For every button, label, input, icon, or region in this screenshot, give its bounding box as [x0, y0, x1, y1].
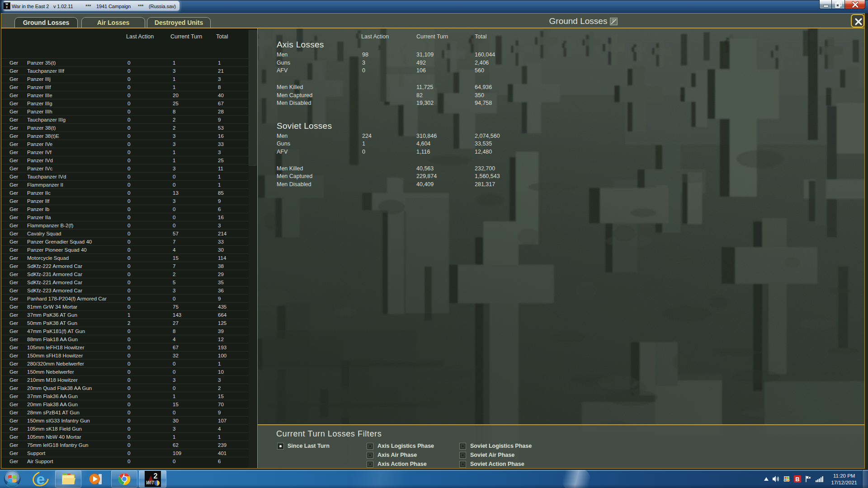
- svg-text:2: 2: [153, 472, 157, 480]
- svg-text:e: e: [37, 471, 45, 488]
- svg-text:B: B: [795, 476, 799, 483]
- svg-text:WiT: WiT: [146, 480, 154, 485]
